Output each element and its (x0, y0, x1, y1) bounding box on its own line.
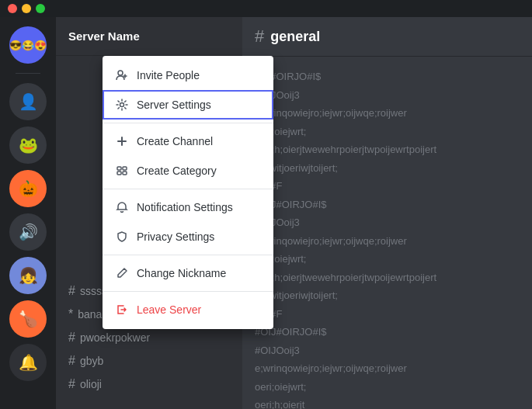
menu-label-server-settings: Server Settings (137, 99, 211, 111)
message-line: oeri;h;oierjtwewehrpoierjtwpoijewrtpoije… (255, 142, 520, 158)
channel-item-gbyb[interactable]: # gbyb (56, 349, 242, 373)
message-line: #OIJ#OIRJO#I$ (255, 324, 520, 340)
server-icon-2[interactable]: 🐸 (9, 127, 47, 164)
channel-name-pwoekrpokwer: pwoekrpokwer (80, 331, 150, 344)
menu-label-create-channel: Create Channel (137, 135, 213, 147)
menu-label-invite-people: Invite People (137, 69, 200, 81)
bell-icon (115, 200, 129, 214)
server-icon-5[interactable]: 👧 (9, 257, 47, 294)
svg-point-0 (118, 71, 123, 75)
menu-label-privacy-settings: Privacy Settings (137, 230, 214, 243)
message-line: #OIJOoij3 (255, 343, 520, 359)
server-icon-main[interactable]: 😎😂😍 (9, 26, 47, 64)
chat-header: # general (242, 17, 532, 57)
menu-item-server-settings[interactable]: Server Settings (103, 90, 273, 120)
server-icon-7[interactable]: 🔔 (9, 344, 47, 381)
message-line: OIJ#F (255, 307, 520, 322)
message-line: oeri;oiejwrt; (255, 380, 520, 395)
server-icon-4[interactable]: 🔊 (9, 213, 47, 251)
menu-label-change-nickname: Change Nickname (137, 267, 226, 279)
message-line: eorwitjoeriwjtoijert; (255, 288, 520, 303)
menu-item-leave-server[interactable]: Leave Server (103, 295, 273, 324)
message-line: #OIJOoij3 (255, 88, 520, 103)
message-line: OIJ#OIRJO#I$ (255, 69, 520, 85)
menu-label-leave-server: Leave Server (137, 303, 201, 316)
menu-item-create-channel[interactable]: Create Channel (103, 127, 273, 156)
maximize-button[interactable] (36, 4, 45, 13)
menu-label-notification-settings: Notification Settings (137, 201, 233, 213)
menu-separator-1 (103, 123, 273, 123)
asterisk-icon: * (68, 307, 73, 321)
message-line: e;wrinqowiejro;iejwr;oijwqe;roijwer (255, 234, 520, 249)
svg-rect-5 (123, 172, 127, 175)
message-line: oeri;h;oierjtwewehrpoierjtwpoijewrtpoije… (255, 270, 520, 286)
menu-label-create-category: Create Category (137, 165, 217, 177)
gear-icon (115, 98, 129, 112)
message-line: e;wrinqowiejro;iejwr;oijwqe;roijwer (255, 106, 520, 121)
menu-item-change-nickname[interactable]: Change Nickname (103, 258, 273, 288)
chat-messages: OIJ#OIRJO#I$ #OIJOoij3 e;wrinqowiejro;ie… (242, 57, 532, 409)
svg-rect-2 (117, 167, 121, 170)
hash-icon-3: # (68, 354, 75, 368)
person-add-icon (115, 68, 129, 82)
minimize-button[interactable] (22, 4, 31, 13)
message-line: oeri;oiejwrt; (255, 251, 520, 267)
menu-item-privacy-settings[interactable]: Privacy Settings (103, 222, 273, 251)
message-line: #OIJ#OIRJO#I$ (255, 197, 520, 213)
server-icon-3[interactable]: 🎃 (9, 170, 47, 207)
main-content: # general OIJ#OIRJO#I$ #OIJOoij3 e;wrinq… (242, 17, 532, 409)
menu-separator-4 (103, 291, 273, 292)
channel-title: general (270, 29, 320, 45)
sidebar-server-name: Server Name (68, 29, 140, 43)
channel-hash-symbol: # (255, 26, 264, 47)
channel-item-olioji[interactable]: # olioji (56, 373, 242, 396)
server-list: 😎😂😍 👤 🐸 🎃 🔊 👧 🍗 🔔 (0, 17, 56, 409)
menu-item-create-category[interactable]: Create Category (103, 156, 273, 185)
exit-icon (115, 303, 129, 317)
svg-rect-4 (117, 172, 121, 175)
server-icon-6[interactable]: 🍗 (9, 300, 47, 338)
hash-icon-4: # (68, 377, 75, 391)
svg-rect-3 (123, 167, 127, 170)
message-line: #OIJOoij3 (255, 215, 520, 230)
plus-icon (115, 134, 129, 148)
menu-item-invite-people[interactable]: Invite People (103, 61, 273, 90)
menu-separator-2 (103, 189, 273, 189)
context-menu-overlay: Invite People Server Settings (103, 56, 273, 329)
message-line: OIJ#F (255, 179, 520, 194)
category-icon (115, 164, 129, 178)
menu-item-notification-settings[interactable]: Notification Settings (103, 192, 273, 222)
channel-name-olioji: olioji (80, 378, 102, 390)
message-line: oeri;oiejwrt; (255, 124, 520, 140)
hash-icon: # (68, 284, 75, 298)
window-chrome (0, 0, 532, 17)
menu-separator-3 (103, 255, 273, 255)
pencil-icon (115, 266, 129, 280)
shield-icon (115, 230, 129, 244)
svg-point-1 (120, 103, 124, 107)
channel-sidebar: Server Name Invite People (56, 17, 242, 409)
sidebar-header[interactable]: Server Name (56, 17, 242, 56)
hash-icon-2: # (68, 331, 75, 345)
close-button[interactable] (8, 4, 17, 13)
channel-name-gbyb: gbyb (80, 355, 103, 367)
message-line: e;wrinqowiejro;iejwr;oijwqe;roijwer (255, 361, 520, 376)
message-line: eorwitjoeriwjtoijert; (255, 161, 520, 176)
message-line: oeri;h;oierjt (255, 397, 520, 409)
channel-item-pwoekrpokwer[interactable]: # pwoekrpokwer (56, 326, 242, 349)
server-icon-user[interactable]: 👤 (9, 83, 47, 120)
context-menu: Invite People Server Settings (103, 56, 273, 329)
